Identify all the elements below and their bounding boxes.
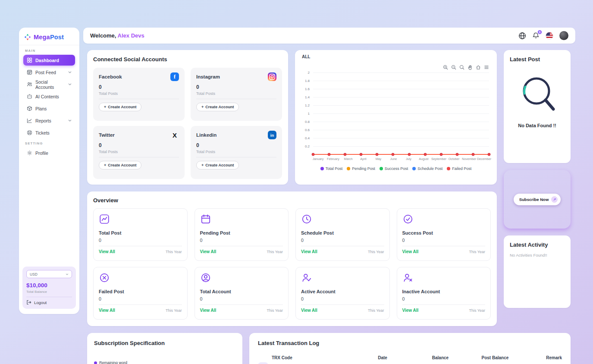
column-header: Balance xyxy=(416,355,465,360)
user-avatar[interactable] xyxy=(559,31,568,40)
data-point-marker[interactable] xyxy=(471,153,474,156)
y-tick-label: 0.8 xyxy=(298,120,310,124)
zoom-in-icon[interactable] xyxy=(443,65,448,70)
divider xyxy=(301,246,384,246)
social-grid: Facebook f 0 Total Posts +Create Account… xyxy=(93,68,282,179)
notification-bell-icon[interactable]: 0 xyxy=(532,32,540,39)
legend-item[interactable]: Schedule Post xyxy=(412,166,442,171)
legend-item[interactable]: Success Post xyxy=(380,166,408,171)
stat-label: Pending Post xyxy=(200,230,283,235)
data-point-marker[interactable] xyxy=(344,153,347,156)
instagram-account-card: Instagram 0 Total Posts +Create Account xyxy=(191,68,282,121)
data-point-marker[interactable] xyxy=(328,153,331,156)
create-account-button[interactable]: +Create Account xyxy=(99,161,141,169)
data-point-marker[interactable] xyxy=(376,153,379,156)
sidebar-item-plans[interactable]: Plans xyxy=(23,103,75,114)
home-reset-icon[interactable] xyxy=(476,65,481,70)
stat-value: 0 xyxy=(200,296,283,301)
currency-select[interactable]: USD xyxy=(26,270,72,278)
brand-logo[interactable]: MegaPost xyxy=(19,28,79,45)
plans-box-icon xyxy=(27,106,32,111)
account-post-count: 0 xyxy=(99,84,179,90)
brand-name-post: Post xyxy=(50,34,64,41)
x-tick-label: August xyxy=(416,157,431,161)
y-tick-label: 1 xyxy=(298,112,310,116)
gridline xyxy=(313,130,489,130)
view-all-link[interactable]: View All xyxy=(99,308,115,313)
posts-chart-card: ALL 21.81.61.41.210.80.60.40.2 JanuaryFe… xyxy=(295,50,497,185)
logout-icon xyxy=(26,300,31,305)
sidebar-item-reports[interactable]: Reports xyxy=(23,115,75,126)
table-row: UGZWYRNYZFKW → xyxy=(258,362,562,364)
gridline xyxy=(313,89,489,89)
period-label: This Year xyxy=(166,250,182,254)
view-all-link[interactable]: View All xyxy=(200,308,216,313)
no-activities-text: No Activities Found!! xyxy=(510,253,565,257)
stat-value: 0 xyxy=(301,238,384,243)
legend-item[interactable]: Pending Post xyxy=(347,166,375,171)
subscribe-now-button[interactable]: Subscribe Now ↗ xyxy=(514,194,561,205)
sidebar-item-social-accounts[interactable]: Social Accounts xyxy=(23,79,75,90)
subscription-legend-item[interactable]: Remaining word xyxy=(94,361,235,364)
divider xyxy=(196,99,276,99)
y-tick-label: 0.2 xyxy=(298,144,310,148)
menu-hamburger-icon[interactable] xyxy=(484,65,489,70)
create-account-label: Create Account xyxy=(205,105,234,109)
chart-filter-all-tab[interactable]: ALL xyxy=(302,54,310,59)
sidebar-item-profile[interactable]: Profile xyxy=(23,147,75,158)
view-all-link[interactable]: View All xyxy=(301,249,317,254)
section-title: Latest Post xyxy=(510,56,565,63)
data-point-marker[interactable] xyxy=(360,153,363,156)
create-account-button[interactable]: +Create Account xyxy=(99,103,141,111)
create-account-button[interactable]: +Create Account xyxy=(196,103,239,111)
stat-label: Total Post xyxy=(99,230,182,235)
data-point-marker[interactable] xyxy=(439,153,442,156)
view-all-link[interactable]: View All xyxy=(200,249,216,254)
section-title: Latest Activity xyxy=(510,242,565,248)
subscribe-label: Subscribe Now xyxy=(519,197,549,202)
stat-label: Failed Post xyxy=(99,289,182,294)
plus-icon: + xyxy=(104,105,106,109)
sidebar-item-ai-contents[interactable]: AI Contents xyxy=(23,91,75,102)
chevron-down-icon xyxy=(68,119,72,122)
data-point-marker[interactable] xyxy=(424,153,427,156)
data-point-marker[interactable] xyxy=(408,153,411,156)
pan-hand-icon[interactable] xyxy=(467,65,473,70)
legend-item[interactable]: Total Post xyxy=(320,166,343,171)
sidebar-section-setting: SETTING xyxy=(25,141,73,145)
sidebar-item-label: Social Accounts xyxy=(35,79,65,90)
period-label: This Year xyxy=(267,250,283,254)
ai-robot-icon xyxy=(27,94,32,99)
x-tick-label: November xyxy=(461,157,477,161)
view-all-link[interactable]: View All xyxy=(402,249,419,254)
view-all-link[interactable]: View All xyxy=(301,308,317,313)
globe-icon[interactable] xyxy=(518,32,526,40)
brand-logo-icon xyxy=(24,34,31,41)
y-tick-label: 2 xyxy=(298,71,310,75)
logout-button[interactable]: Logout xyxy=(26,300,72,305)
zoom-selection-icon[interactable] xyxy=(459,65,464,70)
linkedin-account-card: Linkedin in 0 Total Posts +Create Accoun… xyxy=(191,126,282,179)
total-posts-label: Total Posts xyxy=(99,150,179,154)
legend-item[interactable]: Failed Post xyxy=(447,166,471,171)
overview-pending-post-card: Pending Post 0 View AllThis Year xyxy=(195,208,289,261)
account-name: Facebook xyxy=(99,74,122,79)
period-label: This Year xyxy=(166,308,182,313)
twitter-account-card: Twitter X 0 Total Posts +Create Account xyxy=(93,126,185,179)
data-point-marker[interactable] xyxy=(455,153,458,156)
create-account-button[interactable]: +Create Account xyxy=(196,161,239,169)
sidebar-item-dashboard[interactable]: Dashboard xyxy=(23,55,75,66)
data-point-marker[interactable] xyxy=(312,153,315,156)
language-flag-icon[interactable] xyxy=(546,32,553,40)
zoom-out-icon[interactable] xyxy=(451,65,456,70)
view-all-link[interactable]: View All xyxy=(402,308,419,313)
view-all-link[interactable]: View All xyxy=(99,249,115,254)
section-title: Latest Transaction Log xyxy=(258,340,562,346)
overview-schedule-post-card: Schedule Post 0 View AllThis Year xyxy=(295,208,390,261)
sidebar-item-tickets[interactable]: Tickets xyxy=(23,127,75,138)
sidebar-item-post-feed[interactable]: Post Feed xyxy=(23,67,75,78)
data-point-marker[interactable] xyxy=(488,153,491,156)
divider xyxy=(19,45,79,45)
chart-line-icon xyxy=(99,213,110,225)
data-point-marker[interactable] xyxy=(392,153,395,156)
